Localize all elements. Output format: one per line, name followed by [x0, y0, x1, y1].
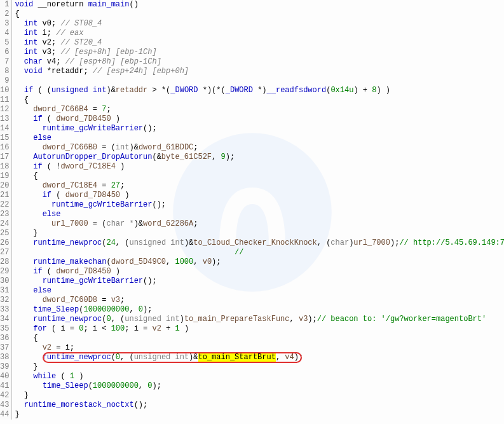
line-number: 36	[0, 334, 9, 343]
line-number: 13	[0, 114, 9, 124]
line-number: 30	[0, 277, 9, 286]
code-line[interactable]: void *retaddr; // [esp+24h] [ebp+0h]	[15, 67, 504, 76]
line-number: 20	[0, 181, 9, 191]
line-number: 12	[0, 105, 9, 114]
line-number: 41	[0, 381, 9, 391]
code-line[interactable]: int i; // eax	[15, 29, 504, 38]
code-line[interactable]: runtime_newproc(24, (unsigned int)&to_Cl…	[15, 238, 504, 248]
line-number: 21	[0, 191, 9, 200]
line-number: 2	[0, 10, 9, 19]
code-line[interactable]: {	[15, 334, 504, 343]
line-number: 43	[0, 400, 9, 410]
line-number: 24	[0, 219, 9, 229]
line-number: 16	[0, 143, 9, 153]
line-number: 38	[0, 353, 9, 362]
code-line[interactable]: if ( dword_7D8450 )	[15, 267, 504, 277]
line-number: 34	[0, 315, 9, 324]
line-number: 11	[0, 95, 9, 105]
code-line[interactable]: time_Sleep(1000000000, 0);	[15, 381, 504, 391]
code-body[interactable]: void __noreturn main_main(){ int v0; // …	[12, 0, 504, 420]
code-line[interactable]: }	[15, 229, 504, 238]
line-number: 7	[0, 57, 9, 67]
code-line[interactable]: {	[15, 95, 504, 105]
line-number: 10	[0, 86, 9, 95]
code-line[interactable]: dword_7C66B0 = (int)&dword_61BDDC;	[15, 143, 504, 153]
code-line[interactable]: }	[15, 410, 504, 420]
code-line[interactable]: v2 = i;	[15, 343, 504, 353]
line-number: 19	[0, 172, 9, 181]
code-line[interactable]: else	[15, 210, 504, 219]
line-number: 25	[0, 229, 9, 238]
line-number: 26	[0, 238, 9, 248]
line-number: 14	[0, 124, 9, 133]
line-number: 6	[0, 48, 9, 57]
code-line[interactable]: //	[15, 248, 504, 257]
line-number: 42	[0, 391, 9, 400]
line-number: 40	[0, 372, 9, 381]
line-number: 23	[0, 210, 9, 219]
code-line[interactable]: runtime_newproc(0, (unsigned int)to_main…	[15, 315, 504, 324]
code-line[interactable]: dword_7C60D8 = v3;	[15, 296, 504, 305]
code-line[interactable]: for ( i = 0; i < 100; i = v2 + 1 )	[15, 324, 504, 334]
code-line[interactable]: if ( dword_7D8450 )	[15, 114, 504, 124]
code-line[interactable]: char v4; // [esp+8h] [ebp-1Ch]	[15, 57, 504, 67]
line-number: 9	[0, 76, 9, 86]
line-number: 32	[0, 296, 9, 305]
code-line[interactable]: dword_7C18E4 = 27;	[15, 181, 504, 191]
code-line[interactable]: runtime_gcWriteBarrier();	[15, 124, 504, 133]
code-line[interactable]: int v0; // ST08_4	[15, 19, 504, 29]
code-line[interactable]: time_Sleep(1000000000, 0);	[15, 305, 504, 315]
code-line[interactable]: runtime_makechan(dword_5D49C0, 1000, v0)…	[15, 257, 504, 267]
line-number: 1	[0, 0, 9, 10]
line-number: 5	[0, 38, 9, 48]
line-number: 35	[0, 324, 9, 334]
code-line[interactable]: }	[15, 391, 504, 400]
line-number: 15	[0, 133, 9, 143]
code-line[interactable]: url_7000 = (char *)&word_62286A;	[15, 219, 504, 229]
line-number: 17	[0, 153, 9, 162]
code-line[interactable]: else	[15, 133, 504, 143]
code-line[interactable]: AutorunDropper_DropAutorun(&byte_61C52F,…	[15, 153, 504, 162]
code-line[interactable]: runtime_gcWriteBarrier();	[15, 200, 504, 210]
code-line[interactable]: runtime_gcWriteBarrier();	[15, 277, 504, 286]
code-line[interactable]: runtime_morestack_noctxt();	[15, 400, 504, 410]
line-number: 39	[0, 362, 9, 372]
line-number: 22	[0, 200, 9, 210]
code-line[interactable]: if ( !dword_7C18E4 )	[15, 162, 504, 172]
line-number: 8	[0, 67, 9, 76]
line-number: 27	[0, 248, 9, 257]
code-line[interactable]: dword_7C66B4 = 7;	[15, 105, 504, 114]
code-line[interactable]: {	[15, 10, 504, 19]
code-line[interactable]: int v3; // [esp+8h] [ebp-1Ch]	[15, 48, 504, 57]
line-number: 33	[0, 305, 9, 315]
line-number: 18	[0, 162, 9, 172]
line-number: 4	[0, 29, 9, 38]
line-number: 31	[0, 286, 9, 296]
code-line[interactable]: {	[15, 172, 504, 181]
code-line[interactable]: runtime_newproc(0, (unsigned int)&to_mai…	[15, 353, 504, 362]
line-number: 29	[0, 267, 9, 277]
line-number-gutter: 1234567891011121314151617181920212223242…	[0, 0, 12, 420]
code-line[interactable]: int v2; // ST20_4	[15, 38, 504, 48]
code-line[interactable]: }	[15, 362, 504, 372]
line-number: 44	[0, 410, 9, 420]
code-viewer: 1234567891011121314151617181920212223242…	[0, 0, 504, 420]
line-number: 3	[0, 19, 9, 29]
code-line[interactable]: void __noreturn main_main()	[15, 0, 504, 10]
code-line[interactable]: if ( dword_7D8450 )	[15, 191, 504, 200]
line-number: 37	[0, 343, 9, 353]
code-line[interactable]: while ( 1 )	[15, 372, 504, 381]
code-line[interactable]: else	[15, 286, 504, 296]
code-line[interactable]: if ( (unsigned int)&retaddr > *(_DWORD *…	[15, 86, 504, 95]
code-line[interactable]	[15, 76, 504, 86]
line-number: 28	[0, 257, 9, 267]
